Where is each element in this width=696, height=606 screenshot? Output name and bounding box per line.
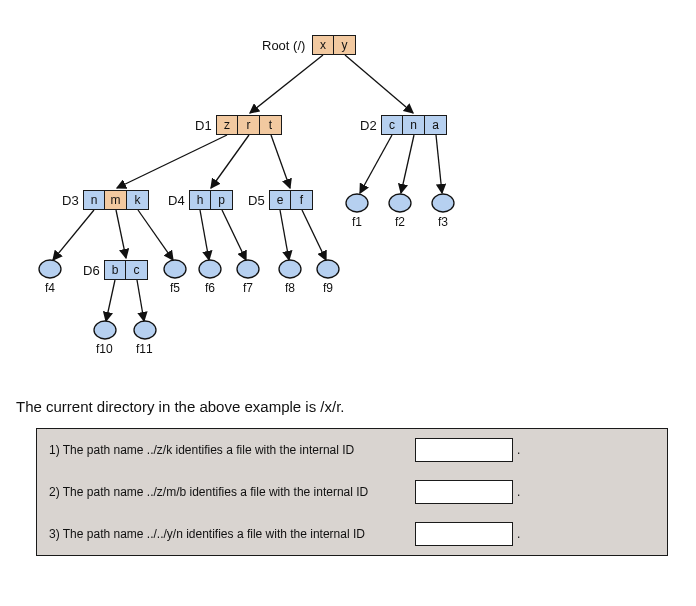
svg-point-20 bbox=[39, 260, 61, 278]
svg-line-3 bbox=[211, 135, 249, 188]
svg-point-26 bbox=[94, 321, 116, 339]
file-f1-label: f1 bbox=[352, 215, 362, 229]
d5-cell-e: e bbox=[269, 190, 291, 210]
root-cell-y: y bbox=[334, 35, 356, 55]
question-row-1: 1) The path name ../z/k identifies a fil… bbox=[37, 429, 667, 471]
d4-cells: h p bbox=[189, 190, 233, 210]
d5-cell-f: f bbox=[291, 190, 313, 210]
file-f4-label: f4 bbox=[45, 281, 55, 295]
svg-line-9 bbox=[116, 210, 126, 258]
svg-line-15 bbox=[106, 280, 115, 321]
svg-line-6 bbox=[401, 135, 414, 193]
file-f5-label: f5 bbox=[170, 281, 180, 295]
file-f11-label: f11 bbox=[136, 342, 153, 356]
period-1: . bbox=[517, 443, 520, 457]
d2-label: D2 bbox=[360, 118, 377, 133]
period-2: . bbox=[517, 485, 520, 499]
d6-cell-b: b bbox=[104, 260, 126, 280]
file-f8-label: f8 bbox=[285, 281, 295, 295]
root-cell-x: x bbox=[312, 35, 334, 55]
file-f10-label: f10 bbox=[96, 342, 113, 356]
d3-cell-m: m bbox=[105, 190, 127, 210]
d3-cells: n m k bbox=[83, 190, 149, 210]
root-label: Root (/) bbox=[262, 38, 305, 53]
svg-point-22 bbox=[199, 260, 221, 278]
file-f9-label: f9 bbox=[323, 281, 333, 295]
svg-line-2 bbox=[117, 135, 227, 188]
file-f3-label: f3 bbox=[438, 215, 448, 229]
svg-point-17 bbox=[346, 194, 368, 212]
svg-line-14 bbox=[302, 210, 326, 260]
svg-line-5 bbox=[360, 135, 392, 193]
d2-cell-n: n bbox=[403, 115, 425, 135]
svg-point-21 bbox=[164, 260, 186, 278]
period-3: . bbox=[517, 527, 520, 541]
file-f6-label: f6 bbox=[205, 281, 215, 295]
svg-point-25 bbox=[317, 260, 339, 278]
svg-line-8 bbox=[53, 210, 94, 260]
d3-cell-k: k bbox=[127, 190, 149, 210]
question-3-text: 3) The path name ../../y/n identifies a … bbox=[49, 527, 365, 541]
svg-point-24 bbox=[279, 260, 301, 278]
d3-label: D3 bbox=[62, 193, 79, 208]
svg-line-12 bbox=[222, 210, 246, 260]
svg-line-7 bbox=[436, 135, 442, 193]
file-f2-label: f2 bbox=[395, 215, 405, 229]
root-cells: x y bbox=[312, 35, 356, 55]
svg-line-0 bbox=[250, 55, 323, 113]
svg-line-4 bbox=[271, 135, 290, 188]
question-1-text: 1) The path name ../z/k identifies a fil… bbox=[49, 443, 354, 457]
d1-label: D1 bbox=[195, 118, 212, 133]
d5-label: D5 bbox=[248, 193, 265, 208]
d6-cells: b c bbox=[104, 260, 148, 280]
current-directory-statement: The current directory in the above examp… bbox=[16, 398, 344, 415]
svg-point-18 bbox=[389, 194, 411, 212]
d1-cell-z: z bbox=[216, 115, 238, 135]
svg-point-23 bbox=[237, 260, 259, 278]
d1-cell-r: r bbox=[238, 115, 260, 135]
questions-panel: 1) The path name ../z/k identifies a fil… bbox=[36, 428, 668, 556]
svg-line-10 bbox=[138, 210, 173, 260]
svg-line-13 bbox=[280, 210, 289, 260]
question-row-2: 2) The path name ../z/m/b identifies a f… bbox=[37, 471, 667, 513]
d2-cell-a: a bbox=[425, 115, 447, 135]
d4-cell-p: p bbox=[211, 190, 233, 210]
answer-input-2[interactable] bbox=[415, 480, 513, 504]
d2-cell-c: c bbox=[381, 115, 403, 135]
d1-cells: z r t bbox=[216, 115, 282, 135]
d5-cells: e f bbox=[269, 190, 313, 210]
file-nodes bbox=[39, 194, 454, 339]
svg-line-1 bbox=[345, 55, 413, 113]
svg-point-27 bbox=[134, 321, 156, 339]
d6-label: D6 bbox=[83, 263, 100, 278]
d4-cell-h: h bbox=[189, 190, 211, 210]
svg-line-11 bbox=[200, 210, 209, 260]
file-f7-label: f7 bbox=[243, 281, 253, 295]
d1-cell-t: t bbox=[260, 115, 282, 135]
d2-cells: c n a bbox=[381, 115, 447, 135]
question-2-text: 2) The path name ../z/m/b identifies a f… bbox=[49, 485, 368, 499]
d6-cell-c: c bbox=[126, 260, 148, 280]
d4-label: D4 bbox=[168, 193, 185, 208]
d3-cell-n: n bbox=[83, 190, 105, 210]
question-row-3: 3) The path name ../../y/n identifies a … bbox=[37, 513, 667, 555]
answer-input-1[interactable] bbox=[415, 438, 513, 462]
svg-point-19 bbox=[432, 194, 454, 212]
svg-line-16 bbox=[137, 280, 144, 321]
answer-input-3[interactable] bbox=[415, 522, 513, 546]
